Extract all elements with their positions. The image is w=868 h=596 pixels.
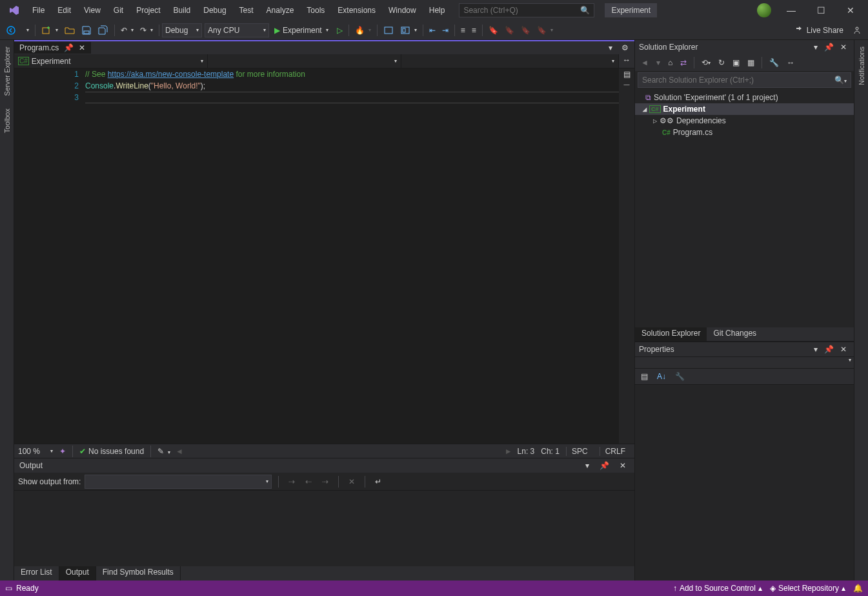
tab-settings-icon[interactable]: ⚙ <box>619 40 631 56</box>
menu-edit[interactable]: Edit <box>51 2 77 19</box>
tab-error-list[interactable]: Error List <box>14 566 59 581</box>
save-all-button[interactable] <box>96 23 111 38</box>
open-file-button[interactable] <box>62 23 77 38</box>
menu-window[interactable]: Window <box>382 2 423 19</box>
menu-analyze[interactable]: Analyze <box>260 2 301 19</box>
nav-back-button[interactable] <box>3 23 19 38</box>
bookmark-button[interactable]: 🔖 <box>486 23 501 38</box>
issues-status[interactable]: ✔No issues found <box>79 447 144 456</box>
props-categorized-icon[interactable]: ▤ <box>638 369 651 384</box>
output-source-dropdown[interactable]: ▾ <box>85 475 272 489</box>
bookmark-prev-button[interactable]: 🔖 <box>502 23 517 38</box>
props-dropdown-icon[interactable]: ▾ <box>811 342 820 357</box>
doc-tab-program[interactable]: Program.cs 📌 ✕ <box>14 42 91 54</box>
cursor-col-pos[interactable]: Ch: 1 <box>541 447 560 456</box>
zoom-level[interactable]: 100 % <box>18 447 40 456</box>
se-search-input[interactable] <box>642 76 834 85</box>
cursor-line-pos[interactable]: Ln: 3 <box>518 447 535 456</box>
expand-icon[interactable]: ▷ <box>653 118 660 124</box>
code-body[interactable]: // See https://aka.ms/new-console-templa… <box>85 68 619 444</box>
solution-config-dropdown[interactable]: Debug▾ <box>162 23 202 37</box>
se-collapse-icon[interactable]: ▣ <box>730 55 742 70</box>
se-home-icon[interactable]: ⌂ <box>665 55 675 70</box>
expand-icon[interactable]: ◢ <box>643 107 649 112</box>
tree-project[interactable]: ◢ C# Experiment <box>635 103 854 115</box>
indent-mode[interactable]: SPC <box>566 447 593 456</box>
menu-project[interactable]: Project <box>130 2 167 19</box>
se-properties-icon[interactable]: 🔧 <box>767 55 782 70</box>
se-refresh-icon[interactable]: ↻ <box>716 55 727 70</box>
output-goto-icon[interactable]: ⇢ <box>286 474 298 489</box>
global-search-input[interactable] <box>463 6 580 15</box>
undo-button[interactable]: ↶▾ <box>118 23 136 38</box>
comment-button[interactable]: ≡ <box>458 23 468 38</box>
minimize-button[interactable]: — <box>776 0 806 21</box>
props-object-combo[interactable]: ▾ <box>635 356 854 368</box>
output-prev-icon[interactable]: ⇠ <box>303 474 314 489</box>
menu-extensions[interactable]: Extensions <box>331 2 382 19</box>
split-icon[interactable]: ▤ <box>623 70 631 79</box>
uncomment-button[interactable]: ≡ <box>469 23 479 38</box>
redo-button[interactable]: ↷▾ <box>137 23 156 38</box>
output-clear-icon[interactable]: ✕ <box>346 474 358 489</box>
output-body[interactable] <box>14 491 634 566</box>
close-button[interactable]: ✕ <box>836 0 865 21</box>
se-pin-icon[interactable]: 📌 <box>822 39 836 55</box>
start-without-debug-button[interactable]: ▷ <box>334 23 345 38</box>
se-close-icon[interactable]: ✕ <box>838 39 849 55</box>
menu-tools[interactable]: Tools <box>300 2 331 19</box>
se-sync-icon[interactable]: ⟲▾ <box>699 55 713 70</box>
se-dropdown-icon[interactable]: ▾ <box>811 39 820 55</box>
solution-platform-dropdown[interactable]: Any CPU▾ <box>205 23 269 37</box>
prev-issue-button[interactable]: ◄ <box>170 447 188 456</box>
menu-test[interactable]: Test <box>233 2 260 19</box>
solution-tree[interactable]: ⧉ Solution 'Experiment' (1 of 1 project)… <box>635 89 854 327</box>
new-item-button[interactable]: ▾ <box>39 23 61 38</box>
tab-output[interactable]: Output <box>59 566 96 581</box>
indent-less-button[interactable]: ⇤ <box>427 23 438 38</box>
output-next-icon[interactable]: ⇢ <box>319 474 331 489</box>
se-search[interactable]: 🔍▾ <box>638 72 851 88</box>
select-repository[interactable]: ◈Select Repository▴ <box>770 584 845 593</box>
find-in-files-button[interactable]: ▾ <box>398 23 419 38</box>
menu-help[interactable]: Help <box>423 2 452 19</box>
tree-file-program[interactable]: C# Program.cs <box>635 127 854 138</box>
pin-icon[interactable]: 📌 <box>64 43 74 52</box>
props-wrench-icon[interactable]: 🔧 <box>672 369 687 384</box>
props-close-icon[interactable]: ✕ <box>838 342 849 357</box>
add-to-source-control[interactable]: ↑Add to Source Control▴ <box>673 584 762 593</box>
browse-button[interactable] <box>381 23 396 38</box>
brush-icon[interactable]: ✎▾ <box>157 447 170 456</box>
menu-view[interactable]: View <box>77 2 107 19</box>
class-combo[interactable]: ▾ <box>208 54 401 68</box>
menu-build[interactable]: Build <box>167 2 197 19</box>
bell-icon[interactable]: 🔔 <box>853 584 863 593</box>
props-pin-icon[interactable]: 📌 <box>822 342 836 357</box>
code-editor[interactable]: 1 2 3 // See https://aka.ms/new-console-… <box>14 68 619 444</box>
server-explorer-tab[interactable]: Server Explorer <box>2 43 12 99</box>
active-files-dropdown[interactable]: ▾ <box>606 40 615 56</box>
next-issue-button[interactable]: ► <box>500 447 518 456</box>
save-button[interactable] <box>79 23 94 38</box>
se-show-all-icon[interactable]: ▦ <box>745 55 757 70</box>
feedback-button[interactable] <box>849 23 865 38</box>
se-switch-icon[interactable]: ⇄ <box>678 55 689 70</box>
panel-pin-icon[interactable]: 📌 <box>597 458 612 473</box>
tab-solution-explorer[interactable]: Solution Explorer <box>635 327 707 341</box>
indent-more-button[interactable]: ⇥ <box>439 23 451 38</box>
panel-close-icon[interactable]: ✕ <box>617 458 629 473</box>
maximize-button[interactable]: ☐ <box>806 0 836 21</box>
split-editor-icon[interactable]: ↔ <box>623 56 631 65</box>
output-toggle-icon[interactable]: ▭ <box>5 584 12 593</box>
props-alpha-icon[interactable]: A↓ <box>654 369 669 384</box>
tab-git-changes[interactable]: Git Changes <box>707 327 763 341</box>
se-back-icon[interactable]: ◄ <box>638 55 651 70</box>
tree-dependencies[interactable]: ▷ ⚙⚙ Dependencies <box>635 115 854 127</box>
nav-forward-dropdown[interactable]: ▾ <box>20 23 32 38</box>
member-combo[interactable]: ▾ <box>401 54 619 68</box>
global-search[interactable]: 🔍 <box>459 3 594 17</box>
menu-file[interactable]: File <box>26 2 51 19</box>
bookmark-clear-button[interactable]: 🔖▾ <box>534 23 556 38</box>
output-wrap-icon[interactable]: ↵ <box>372 474 384 489</box>
toolbox-tab[interactable]: Toolbox <box>2 105 12 137</box>
